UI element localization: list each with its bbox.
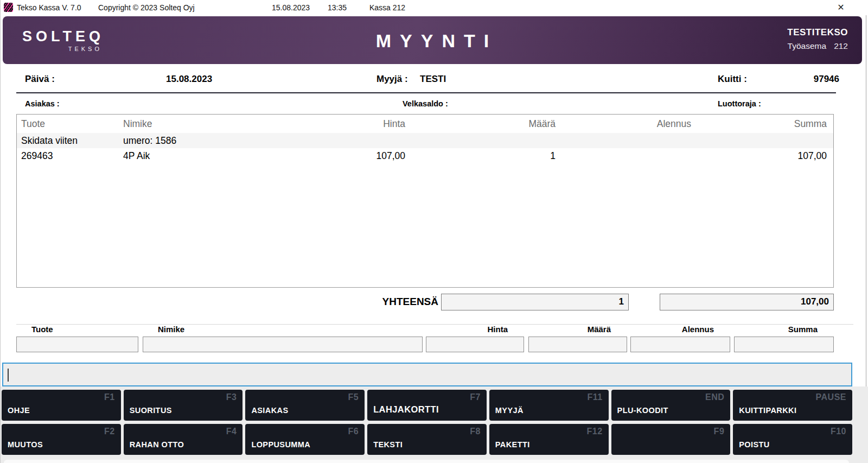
store-name: TESTITEKSO (787, 27, 848, 38)
button-keycap: F9 (714, 427, 725, 436)
seller-value: TESTI (420, 74, 446, 85)
cell-hinta: 107,00 (299, 150, 413, 162)
button-keycap: F8 (470, 427, 481, 436)
summa-field[interactable] (734, 337, 834, 352)
entry-label-maara: Määrä (528, 325, 627, 334)
next-row-hint (4, 460, 849, 463)
page-title: MYYNTI (3, 30, 862, 52)
teksti-button[interactable]: TEKSTI F8 (367, 424, 487, 455)
paketti-button[interactable]: PAKETTI F12 (489, 424, 609, 455)
plu-koodit-button[interactable]: PLU-KOODIT END (611, 390, 731, 421)
button-keycap: F12 (586, 427, 602, 436)
maara-field[interactable] (528, 337, 627, 352)
button-keycap: F10 (831, 427, 846, 436)
ohje-button[interactable]: OHJE F1 (2, 390, 121, 421)
copyright-text: Copyright © 2023 Solteq Oyj (98, 3, 195, 12)
brand-header: SOLTEQ TEKSO MYYNTI TESTITEKSO Työasema2… (3, 16, 862, 64)
loppusumma-button[interactable]: LOPPUSUMMA F6 (245, 424, 365, 455)
date-label: Päivä : (25, 74, 55, 85)
button-keycap: F4 (226, 427, 237, 436)
rahan-otto-button[interactable]: RAHAN OTTO F4 (124, 424, 243, 455)
totals-label: YHTEENSÄ (326, 296, 438, 308)
col-header-summa: Summa (698, 118, 833, 130)
titlebar-time: 13:35 (328, 3, 347, 12)
items-table: Tuote Nimike Hinta Määrä Alennus Summa S… (16, 114, 834, 288)
app-icon (4, 3, 13, 12)
button-keycap: F6 (348, 427, 359, 436)
divider (16, 92, 836, 93)
entry-label-hinta: Hinta (426, 325, 524, 334)
titlebar-register: Kassa 212 (369, 3, 405, 12)
button-keycap: F1 (104, 392, 115, 402)
button-label: SUORITUS (130, 406, 172, 415)
button-keycap: F7 (470, 392, 481, 402)
button-label: LAHJAKORTTI (373, 404, 439, 415)
entry-label-summa: Summa (734, 325, 834, 334)
function-key-row-1: OHJE F1 SUORITUS F3 ASIAKAS F5 LAHJAKORT… (2, 390, 852, 421)
poistu-button[interactable]: POISTU F10 (733, 424, 852, 455)
workstation-label: Työasema (788, 41, 827, 50)
entry-label-alennus: Alennus (630, 325, 730, 334)
button-keycap: F2 (104, 427, 115, 436)
col-header-maara: Määrä (413, 118, 562, 130)
button-label: KUITTIPARKKI (739, 406, 796, 415)
muutos-button[interactable]: MUUTOS F2 (2, 424, 121, 455)
cell-nimike: umero: 1586 (120, 135, 299, 147)
button-keycap: F5 (348, 392, 359, 402)
kuittiparkki-button[interactable]: KUITTIPARKKI PAUSE (733, 390, 852, 421)
myyja-button[interactable]: MYYJÄ F11 (489, 390, 609, 421)
nimike-field[interactable] (143, 337, 423, 352)
items-table-header: Tuote Nimike Hinta Määrä Alennus Summa (17, 115, 833, 133)
hinta-field[interactable] (426, 337, 524, 352)
close-icon[interactable]: ✕ (835, 2, 847, 14)
table-row[interactable]: 269463 4P Aik 107,00 1 107,00 (17, 148, 833, 163)
alennus-field[interactable] (630, 337, 730, 352)
button-label: MUUTOS (8, 440, 43, 449)
cell-tuote: Skidata viiten (17, 135, 120, 147)
button-label: PAKETTI (495, 440, 530, 449)
button-label: LOPPUSUMMA (251, 440, 310, 449)
command-input[interactable] (2, 363, 852, 386)
button-label: RAHAN OTTO (130, 440, 184, 449)
cell-summa: 107,00 (698, 150, 833, 162)
lahjakortti-button[interactable]: LAHJAKORTTI F7 (367, 390, 487, 421)
app-title: Tekso Kassa V. 7.0 (17, 3, 81, 12)
f9-button[interactable]: F9 (611, 424, 731, 455)
workstation-number: 212 (834, 41, 848, 50)
table-row[interactable]: Skidata viiten umero: 1586 (17, 133, 833, 148)
button-keycap: PAUSE (816, 392, 846, 402)
button-keycap: END (705, 392, 724, 402)
button-label: PLU-KOODIT (617, 406, 668, 415)
workstation-info: Työasema212 (787, 41, 848, 51)
customer-label: Asiakas : (25, 99, 60, 108)
pos-window: Tekso Kassa V. 7.0 Copyright © 2023 Solt… (0, 0, 868, 463)
button-keycap: F11 (587, 392, 602, 402)
titlebar-date: 15.08.2023 (272, 3, 310, 12)
cell-nimike: 4P Aik (120, 150, 299, 162)
text-caret (8, 369, 9, 382)
function-key-row-2: MUUTOS F2 RAHAN OTTO F4 LOPPUSUMMA F6 TE… (2, 424, 852, 455)
date-value: 15.08.2023 (166, 74, 212, 85)
receipt-number: 97946 (738, 74, 839, 85)
cell-tuote: 269463 (17, 150, 120, 162)
col-header-hinta: Hinta (299, 118, 413, 130)
debt-label: Velkasaldo : (403, 99, 448, 108)
button-label: OHJE (8, 406, 30, 415)
col-header-nimike: Nimike (120, 118, 299, 130)
asiakas-button[interactable]: ASIAKAS F5 (245, 390, 365, 421)
store-info: TESTITEKSO Työasema212 (787, 27, 848, 51)
titlebar: Tekso Kassa V. 7.0 Copyright © 2023 Solt… (1, 0, 868, 15)
button-keycap: F3 (226, 392, 237, 402)
entry-label-nimike: Nimike (158, 325, 184, 334)
button-label: POISTU (739, 440, 769, 449)
cell-maara: 1 (413, 150, 562, 162)
suoritus-button[interactable]: SUORITUS F3 (124, 390, 243, 421)
button-label: MYYJÄ (495, 406, 524, 415)
button-label: ASIAKAS (251, 406, 288, 415)
credit-label: Luottoraja : (718, 99, 761, 108)
seller-label: Myyjä : (376, 74, 408, 85)
tuote-field[interactable] (16, 337, 138, 352)
total-quantity-box: 1 (441, 294, 629, 310)
col-header-alennus: Alennus (562, 118, 698, 130)
col-header-tuote: Tuote (17, 118, 120, 130)
